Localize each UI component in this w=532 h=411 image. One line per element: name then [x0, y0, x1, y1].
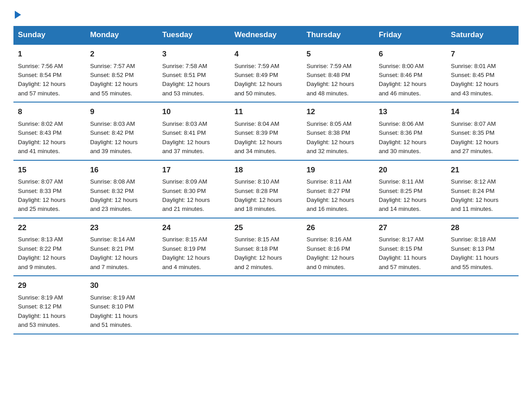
day-number: 2 [90, 48, 153, 60]
calendar-cell: 3Sunrise: 7:58 AMSunset: 8:51 PMDaylight… [158, 44, 230, 102]
column-header-saturday: Saturday [446, 26, 519, 44]
day-number: 11 [234, 106, 297, 118]
day-number: 16 [90, 164, 153, 176]
day-content: Sunrise: 8:00 AMSunset: 8:46 PMDaylight:… [379, 62, 442, 98]
calendar-cell: 8Sunrise: 8:02 AMSunset: 8:43 PMDaylight… [13, 102, 86, 160]
calendar-cell: 18Sunrise: 8:10 AMSunset: 8:28 PMDayligh… [230, 160, 302, 218]
calendar-table: SundayMondayTuesdayWednesdayThursdayFrid… [13, 26, 519, 334]
day-number: 9 [90, 106, 153, 118]
day-content: Sunrise: 7:58 AMSunset: 8:51 PMDaylight:… [162, 62, 225, 98]
day-number: 13 [379, 106, 442, 118]
calendar-cell: 1Sunrise: 7:56 AMSunset: 8:54 PMDaylight… [13, 44, 86, 102]
calendar-cell: 22Sunrise: 8:13 AMSunset: 8:22 PMDayligh… [13, 218, 86, 276]
calendar-cell: 13Sunrise: 8:06 AMSunset: 8:36 PMDayligh… [374, 102, 446, 160]
calendar-cell: 19Sunrise: 8:11 AMSunset: 8:27 PMDayligh… [302, 160, 374, 218]
calendar-cell: 5Sunrise: 7:59 AMSunset: 8:48 PMDaylight… [302, 44, 374, 102]
day-content: Sunrise: 8:17 AMSunset: 8:15 PMDaylight:… [379, 235, 442, 272]
calendar-cell: 11Sunrise: 8:04 AMSunset: 8:39 PMDayligh… [230, 102, 302, 160]
calendar-cell: 9Sunrise: 8:03 AMSunset: 8:42 PMDaylight… [86, 102, 158, 160]
day-content: Sunrise: 7:59 AMSunset: 8:48 PMDaylight:… [307, 62, 370, 98]
day-content: Sunrise: 8:04 AMSunset: 8:39 PMDaylight:… [234, 120, 297, 156]
day-number: 3 [162, 48, 225, 60]
logo-arrow-icon [15, 11, 21, 19]
day-content: Sunrise: 8:15 AMSunset: 8:19 PMDaylight:… [162, 235, 225, 272]
day-number: 22 [18, 222, 81, 234]
page-header [13, 9, 519, 18]
column-header-thursday: Thursday [302, 26, 374, 44]
day-content: Sunrise: 7:59 AMSunset: 8:49 PMDaylight:… [234, 62, 297, 98]
calendar-cell: 10Sunrise: 8:03 AMSunset: 8:41 PMDayligh… [158, 102, 230, 160]
day-content: Sunrise: 8:19 AMSunset: 8:12 PMDaylight:… [18, 293, 81, 330]
calendar-week-1: 1Sunrise: 7:56 AMSunset: 8:54 PMDaylight… [13, 44, 519, 102]
calendar-cell [230, 276, 302, 334]
day-number: 20 [379, 164, 442, 176]
day-number: 14 [451, 106, 514, 118]
day-number: 26 [307, 222, 370, 234]
logo [13, 9, 21, 18]
calendar-cell: 7Sunrise: 8:01 AMSunset: 8:45 PMDaylight… [446, 44, 519, 102]
calendar-cell: 17Sunrise: 8:09 AMSunset: 8:30 PMDayligh… [158, 160, 230, 218]
day-number: 8 [18, 106, 81, 118]
day-content: Sunrise: 8:07 AMSunset: 8:35 PMDaylight:… [451, 120, 514, 156]
day-number: 28 [451, 222, 514, 234]
calendar-cell: 26Sunrise: 8:16 AMSunset: 8:16 PMDayligh… [302, 218, 374, 276]
calendar-cell: 15Sunrise: 8:07 AMSunset: 8:33 PMDayligh… [13, 160, 86, 218]
day-number: 10 [162, 106, 225, 118]
day-content: Sunrise: 8:18 AMSunset: 8:13 PMDaylight:… [451, 235, 514, 272]
calendar-cell: 25Sunrise: 8:15 AMSunset: 8:18 PMDayligh… [230, 218, 302, 276]
calendar-cell: 20Sunrise: 8:11 AMSunset: 8:25 PMDayligh… [374, 160, 446, 218]
day-content: Sunrise: 8:14 AMSunset: 8:21 PMDaylight:… [90, 235, 153, 272]
calendar-cell: 28Sunrise: 8:18 AMSunset: 8:13 PMDayligh… [446, 218, 519, 276]
day-content: Sunrise: 8:12 AMSunset: 8:24 PMDaylight:… [451, 177, 514, 214]
calendar-cell [302, 276, 374, 334]
day-content: Sunrise: 8:07 AMSunset: 8:33 PMDaylight:… [18, 177, 81, 214]
column-header-tuesday: Tuesday [158, 26, 230, 44]
day-number: 7 [451, 48, 514, 60]
day-number: 27 [379, 222, 442, 234]
day-number: 19 [307, 164, 370, 176]
day-number: 24 [162, 222, 225, 234]
day-content: Sunrise: 7:57 AMSunset: 8:52 PMDaylight:… [90, 62, 153, 98]
day-number: 12 [307, 106, 370, 118]
calendar-week-2: 8Sunrise: 8:02 AMSunset: 8:43 PMDaylight… [13, 102, 519, 160]
day-content: Sunrise: 8:08 AMSunset: 8:32 PMDaylight:… [90, 177, 153, 214]
calendar-week-4: 22Sunrise: 8:13 AMSunset: 8:22 PMDayligh… [13, 218, 519, 276]
calendar-header-row: SundayMondayTuesdayWednesdayThursdayFrid… [13, 26, 519, 44]
day-content: Sunrise: 8:11 AMSunset: 8:25 PMDaylight:… [379, 177, 442, 214]
column-header-wednesday: Wednesday [230, 26, 302, 44]
calendar-cell: 27Sunrise: 8:17 AMSunset: 8:15 PMDayligh… [374, 218, 446, 276]
calendar-cell: 16Sunrise: 8:08 AMSunset: 8:32 PMDayligh… [86, 160, 158, 218]
day-content: Sunrise: 8:03 AMSunset: 8:42 PMDaylight:… [90, 120, 153, 156]
calendar-cell [374, 276, 446, 334]
day-content: Sunrise: 7:56 AMSunset: 8:54 PMDaylight:… [18, 62, 81, 98]
day-number: 25 [234, 222, 297, 234]
column-header-monday: Monday [86, 26, 158, 44]
calendar-cell: 23Sunrise: 8:14 AMSunset: 8:21 PMDayligh… [86, 218, 158, 276]
day-content: Sunrise: 8:05 AMSunset: 8:38 PMDaylight:… [307, 120, 370, 156]
day-number: 29 [18, 280, 81, 291]
day-number: 17 [162, 164, 225, 176]
day-number: 30 [90, 280, 153, 291]
day-number: 15 [18, 164, 81, 176]
calendar-cell [446, 276, 519, 334]
day-content: Sunrise: 8:09 AMSunset: 8:30 PMDaylight:… [162, 177, 225, 214]
calendar-cell: 12Sunrise: 8:05 AMSunset: 8:38 PMDayligh… [302, 102, 374, 160]
calendar-cell: 21Sunrise: 8:12 AMSunset: 8:24 PMDayligh… [446, 160, 519, 218]
calendar-cell: 29Sunrise: 8:19 AMSunset: 8:12 PMDayligh… [13, 276, 86, 334]
calendar-cell [158, 276, 230, 334]
day-content: Sunrise: 8:16 AMSunset: 8:16 PMDaylight:… [307, 235, 370, 272]
day-content: Sunrise: 8:13 AMSunset: 8:22 PMDaylight:… [18, 235, 81, 272]
day-content: Sunrise: 8:02 AMSunset: 8:43 PMDaylight:… [18, 120, 81, 156]
calendar-cell: 14Sunrise: 8:07 AMSunset: 8:35 PMDayligh… [446, 102, 519, 160]
day-number: 4 [234, 48, 297, 60]
day-number: 18 [234, 164, 297, 176]
day-number: 6 [379, 48, 442, 60]
day-number: 23 [90, 222, 153, 234]
day-content: Sunrise: 8:06 AMSunset: 8:36 PMDaylight:… [379, 120, 442, 156]
day-content: Sunrise: 8:19 AMSunset: 8:10 PMDaylight:… [90, 293, 153, 330]
calendar-cell: 4Sunrise: 7:59 AMSunset: 8:49 PMDaylight… [230, 44, 302, 102]
day-number: 1 [18, 48, 81, 60]
day-content: Sunrise: 8:11 AMSunset: 8:27 PMDaylight:… [307, 177, 370, 214]
calendar-cell: 30Sunrise: 8:19 AMSunset: 8:10 PMDayligh… [86, 276, 158, 334]
day-content: Sunrise: 8:03 AMSunset: 8:41 PMDaylight:… [162, 120, 225, 156]
